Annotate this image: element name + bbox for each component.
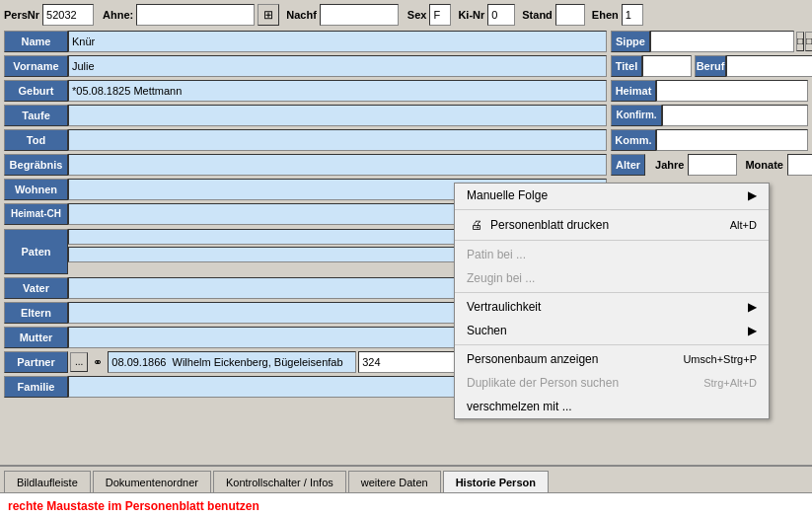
name-label-btn[interactable]: Name: [4, 31, 68, 52]
menu-item-label: Suchen: [467, 324, 507, 337]
menu-item-label: Patin bei ...: [467, 248, 526, 261]
pers-nr-input[interactable]: [42, 4, 94, 26]
ring-symbol: ⚭: [93, 355, 103, 369]
tab-weitere-daten[interactable]: weitere Daten: [348, 471, 441, 492]
titel-input[interactable]: [642, 55, 692, 77]
jahre-input[interactable]: [688, 154, 737, 176]
tab-kontrollschalter[interactable]: Kontrollschalter / Infos: [213, 471, 346, 492]
name-input[interactable]: [68, 31, 607, 52]
titel-beruf-row: Titel Beruf: [611, 54, 808, 77]
geburt-row: Geburt: [4, 79, 607, 102]
sippe-input[interactable]: [650, 31, 794, 52]
partner-more-btn[interactable]: ...: [70, 352, 88, 372]
ehen-label: Ehen: [592, 9, 619, 21]
geburt-label-btn[interactable]: Geburt: [4, 80, 68, 102]
vorname-input[interactable]: [68, 55, 607, 77]
menu-item-vertraulichkeit[interactable]: Vertraulichkeit ▶: [455, 295, 769, 319]
tab-label: Kontrollschalter / Infos: [226, 477, 333, 488]
submenu-arrow: ▶: [748, 300, 757, 314]
status-bar: rechte Maustaste im Personenblatt benutz…: [0, 492, 812, 518]
menu-item-patin-bei: Patin bei ...: [455, 243, 769, 266]
taufe-input[interactable]: [68, 105, 607, 126]
menu-item-verschmelzen[interactable]: verschmelzen mit ...: [455, 395, 769, 418]
icon-button[interactable]: ⊞: [258, 4, 279, 26]
menu-item-zeugin-bei: Zeugin bei ...: [455, 266, 769, 290]
menu-item-label: Personenbaum anzeigen: [467, 352, 598, 366]
konfirm-input[interactable]: [662, 105, 808, 126]
familie-label-btn[interactable]: Familie: [4, 376, 68, 398]
geburt-input[interactable]: [68, 80, 607, 102]
begrabnis-label-btn[interactable]: Begräbnis: [4, 154, 68, 176]
konfirm-label-btn[interactable]: Konfirm.: [611, 105, 662, 126]
sex-input[interactable]: [429, 4, 451, 26]
begrabnis-row: Begräbnis: [4, 153, 607, 176]
sippe-row: Sippe □ □ Adr: [611, 30, 808, 52]
alter-label-btn[interactable]: Alter: [611, 154, 645, 176]
beruf-input[interactable]: [726, 55, 812, 77]
tod-row: Tod: [4, 128, 607, 151]
nachf-input[interactable]: [320, 4, 399, 26]
menu-item-duplikate: Duplikate der Person suchen Strg+Alt+D: [455, 371, 769, 395]
tab-historie[interactable]: Historie Person: [443, 471, 549, 492]
vorname-label-btn[interactable]: Vorname: [4, 55, 68, 77]
eltern-label-btn[interactable]: Eltern: [4, 302, 68, 324]
monate-label: Monate: [745, 159, 783, 171]
titel-label-btn[interactable]: Titel: [611, 55, 642, 77]
menu-sep-1: [455, 209, 769, 210]
komm-label-btn[interactable]: Komm.: [611, 129, 656, 151]
komm-input[interactable]: [656, 129, 808, 151]
menu-item-manuelle-folge[interactable]: Manuelle Folge ▶: [455, 184, 769, 207]
komm-row: Komm.: [611, 128, 808, 151]
status-text: rechte Maustaste im Personenblatt benutz…: [8, 499, 259, 513]
heimat-input[interactable]: [656, 80, 808, 102]
ehen-input[interactable]: [622, 4, 643, 26]
context-menu: Manuelle Folge ▶ 🖨 Personenblatt drucken…: [454, 183, 770, 419]
name-row: Name: [4, 30, 607, 52]
menu-item-suchen[interactable]: Suchen ▶: [455, 319, 769, 342]
tab-dokumentenordner[interactable]: Dokumentenordner: [93, 471, 211, 492]
nachf-label: Nachf: [286, 9, 317, 21]
bottom-tabs: Bildlaufleiste Dokumentenordner Kontroll…: [0, 465, 812, 492]
vorname-row: Vorname: [4, 54, 607, 77]
tod-label-btn[interactable]: Tod: [4, 129, 68, 151]
menu-item-label: Manuelle Folge: [467, 188, 548, 202]
header-row: PersNr Ahne: ⊞ Nachf Sex Ki-Nr Stand Ehe…: [0, 0, 812, 30]
begrabnis-input[interactable]: [68, 154, 607, 176]
tod-input[interactable]: [68, 129, 607, 151]
ki-nr-input[interactable]: [487, 4, 515, 26]
mutter-label-btn[interactable]: Mutter: [4, 327, 68, 348]
tab-label: Dokumentenordner: [106, 477, 198, 488]
menu-sep-4: [455, 344, 769, 345]
beruf-label-btn[interactable]: Beruf: [695, 55, 726, 77]
vater-label-btn[interactable]: Vater: [4, 277, 68, 299]
menu-shortcut: Alt+D: [730, 219, 757, 231]
alter-row: Alter Jahre Monate Tage: [611, 153, 808, 176]
jahre-label: Jahre: [655, 159, 684, 171]
sippe-label-btn[interactable]: Sippe: [611, 31, 650, 52]
stand-input[interactable]: [555, 4, 585, 26]
heimat-label-btn[interactable]: Heimat: [611, 80, 656, 102]
ahne-input[interactable]: [136, 4, 255, 26]
submenu-arrow: ▶: [748, 324, 757, 337]
tab-bildlaufleiste[interactable]: Bildlaufleiste: [4, 471, 91, 492]
menu-shortcut: Umsch+Strg+P: [683, 353, 757, 365]
konfirm-row: Konfirm.: [611, 104, 808, 126]
taufe-label-btn[interactable]: Taufe: [4, 105, 68, 126]
sippe-btn2[interactable]: □: [805, 32, 812, 51]
menu-item-label: Vertraulichkeit: [467, 300, 541, 314]
sippe-btn1[interactable]: □: [796, 32, 804, 51]
partner-input[interactable]: [108, 351, 356, 373]
printer-icon: 🖨: [467, 217, 486, 233]
heimat-ch-label-btn[interactable]: Heimat-CH: [4, 203, 68, 225]
menu-item-personenblatt[interactable]: 🖨 Personenblatt drucken Alt+D: [455, 212, 769, 238]
tab-label: weitere Daten: [361, 477, 428, 488]
menu-item-label: Duplikate der Person suchen: [467, 376, 619, 390]
heimat-row: Heimat: [611, 79, 808, 102]
partner-label-btn[interactable]: Partner: [4, 351, 68, 373]
monate-input[interactable]: [787, 154, 812, 176]
paten-label-btn[interactable]: Paten: [4, 229, 68, 274]
sex-label: Sex: [407, 9, 427, 21]
wohnen-label-btn[interactable]: Wohnen: [4, 179, 68, 200]
menu-item-personenbaum[interactable]: Personenbaum anzeigen Umsch+Strg+P: [455, 347, 769, 371]
menu-shortcut: Strg+Alt+D: [703, 377, 757, 389]
